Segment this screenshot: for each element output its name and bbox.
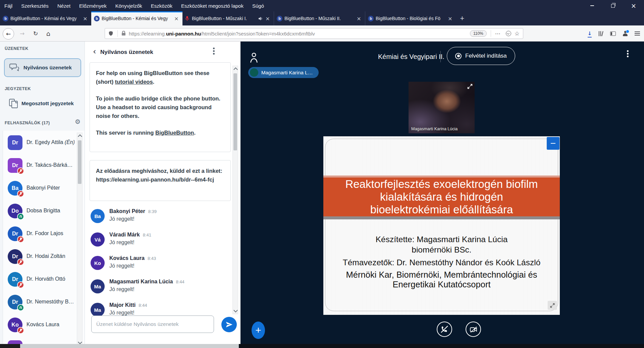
- user-row[interactable]: Ko Kovács Laura: [3, 314, 85, 336]
- tab-5[interactable]: b BigBlueButton - Biológiai és Fö ×: [365, 11, 456, 25]
- tab-audio-icon[interactable]: [258, 16, 263, 21]
- actions-plus-button[interactable]: +: [252, 322, 265, 339]
- chat-options-kebab-icon[interactable]: [213, 48, 215, 49]
- window-restore-button[interactable]: [602, 0, 623, 11]
- reload-button[interactable]: ↻: [30, 28, 41, 39]
- webcam-fullscreen-icon[interactable]: [467, 83, 473, 91]
- scrollbar-thumb[interactable]: [233, 73, 237, 150]
- tab-title-fade: [166, 13, 174, 24]
- user-row[interactable]: Dr Dr. Egedy Attila (Én): [3, 131, 85, 154]
- start-recording-button[interactable]: Felvétel indítása: [447, 47, 515, 65]
- talking-indicator-name: Magasmarti Karina L…: [261, 70, 313, 75]
- url-bar[interactable]: https://elearning.uni-pannon.hu/html5cli…: [105, 28, 523, 39]
- tab-title-fade: [74, 13, 83, 24]
- user-row[interactable]: Dr Dr. Horváth Ottó: [3, 268, 85, 291]
- bigbluebutton-link[interactable]: BigBlueButton: [155, 130, 194, 136]
- scrollbar-thumb[interactable]: [78, 140, 82, 184]
- avatar: Dr: [8, 249, 22, 264]
- window-minimize-button[interactable]: [582, 0, 602, 11]
- tab-4[interactable]: b BigBlueButton - Műszaki II. ×: [274, 11, 365, 25]
- menu-shared-tabs[interactable]: Eszközöket megosztó lapok: [177, 0, 248, 11]
- talking-indicator[interactable]: Magasmarti Karina L…: [248, 67, 319, 78]
- message-text: Jó reggelt!: [109, 239, 135, 246]
- participant-person-icon[interactable]: [249, 51, 259, 66]
- hamburger-menu-icon[interactable]: [635, 31, 640, 32]
- scroll-down-icon[interactable]: [233, 308, 238, 312]
- sidebar-toggle-icon[interactable]: [610, 31, 616, 36]
- chat-back-chevron-icon[interactable]: ‹: [93, 48, 96, 56]
- menu-help[interactable]: Súgó: [248, 0, 268, 11]
- zoom-level-badge[interactable]: 110%: [470, 30, 487, 37]
- menu-tools[interactable]: Eszközök: [147, 0, 177, 11]
- minimize-presentation-button[interactable]: [547, 137, 559, 150]
- user-row[interactable]: Do Dobsa Brigitta: [3, 200, 85, 222]
- tutorial-videos-link[interactable]: tutorial videos: [115, 79, 153, 85]
- https-lock-icon[interactable]: [122, 33, 125, 36]
- user-status-badge: [17, 259, 24, 266]
- page-actions-icon[interactable]: ⋯: [492, 30, 503, 37]
- webcam-video[interactable]: Magasmarti Karina Lúcia: [409, 82, 475, 133]
- message-author: Major Kitti: [109, 302, 136, 308]
- user-row[interactable]: Dr Dr. Fodor Lajos: [3, 222, 85, 245]
- mic-in-use-icon: [185, 16, 189, 21]
- home-button[interactable]: ⌂: [43, 28, 54, 39]
- bbb-favicon-icon: b: [277, 16, 282, 21]
- browser-navbar: ← → ↻ ⌂ https://elearning.uni-pannon.hu/…: [0, 25, 644, 42]
- avatar: Ko: [8, 318, 22, 332]
- library-icon[interactable]: [598, 31, 604, 36]
- scroll-up-icon[interactable]: [78, 134, 82, 139]
- user-row[interactable]: Dr Dr. Hodai Zoltán: [3, 245, 85, 268]
- send-message-button[interactable]: [221, 317, 237, 332]
- presentation-fullscreen-button[interactable]: [548, 301, 557, 310]
- avatar: Ma: [91, 303, 105, 317]
- record-label: Felvétel indítása: [465, 53, 507, 59]
- new-tab-button[interactable]: +: [456, 11, 468, 25]
- chat-scrollbar[interactable]: [232, 66, 238, 314]
- presentation-slide[interactable]: Reaktorfejlesztés exoelektrogén biofilm …: [323, 136, 560, 315]
- chat-message: Ko Kovács Laura8:43 Jó reggelt!: [91, 255, 226, 277]
- downloads-icon[interactable]: ↓: [587, 30, 592, 37]
- join-audio-button[interactable]: [437, 322, 452, 337]
- scroll-down-icon[interactable]: [78, 340, 82, 344]
- message-text: Jó reggelt!: [109, 310, 135, 316]
- slide-title-banner: Reaktorfejlesztés exoelektrogén biofilm …: [323, 176, 560, 219]
- user-status-badge: [17, 190, 24, 197]
- forward-button[interactable]: →: [17, 28, 28, 39]
- menu-bookmarks[interactable]: Könyvjelzők: [111, 0, 147, 11]
- main-options-kebab-icon[interactable]: [627, 50, 629, 52]
- urlbar-divider: [117, 30, 118, 37]
- scroll-up-icon[interactable]: [233, 67, 238, 72]
- share-webcam-button[interactable]: [466, 322, 481, 337]
- firefox-window: Fájl Szerkesztés Nézet Előzmények Könyvj…: [0, 0, 644, 348]
- sidebar-item-shared-notes[interactable]: Megosztott jegyzetek: [4, 95, 81, 112]
- menu-edit[interactable]: Szerkesztés: [17, 0, 53, 11]
- bookmark-star-icon[interactable]: ☆: [514, 30, 523, 37]
- sidebar-item-public-chat[interactable]: Nyilvános üzenetek: [4, 58, 81, 77]
- pocket-icon[interactable]: [506, 31, 511, 36]
- window-close-button[interactable]: ×: [623, 0, 644, 11]
- chat-message-input[interactable]: [91, 316, 214, 333]
- menu-history[interactable]: Előzmények: [75, 0, 111, 11]
- user-row[interactable]: Dr Dr. Nemestóthy B…: [3, 291, 85, 314]
- menu-file[interactable]: Fájl: [0, 0, 17, 11]
- chat-message: Ba Bakonyi Péter8:39 Jó reggelt!: [91, 208, 226, 230]
- tab-2-active[interactable]: b BigBlueButton - Kémiai és Vegy ×: [91, 11, 182, 25]
- tab-title: BigBlueButton - Műszaki I.: [192, 16, 256, 21]
- user-row[interactable]: Ba Bakonyi Péter: [3, 177, 85, 200]
- user-list-scrollbar[interactable]: [77, 133, 83, 346]
- manage-users-gear-icon[interactable]: ⚙: [75, 119, 80, 125]
- menu-view[interactable]: Nézet: [53, 0, 75, 11]
- minimize-icon: [590, 5, 594, 6]
- tab-close-icon[interactable]: ×: [264, 15, 271, 22]
- user-row[interactable]: Dr Dr. Takács-Bárká…: [3, 154, 85, 177]
- back-button[interactable]: ←: [3, 28, 14, 40]
- tab-3[interactable]: BigBlueButton - Műszaki I. ×: [182, 11, 274, 25]
- tab-1[interactable]: b BigBlueButton - Kémiai és Vegy ×: [0, 11, 91, 25]
- avatar: Dr: [8, 272, 22, 287]
- tracking-protection-shield-icon[interactable]: [108, 31, 113, 36]
- account-icon[interactable]: [622, 31, 628, 36]
- avatar: Do: [8, 204, 22, 218]
- chat-bubbles-icon: [9, 63, 20, 72]
- tab-close-icon[interactable]: ×: [356, 15, 362, 22]
- user-list: Dr Dr. Egedy Attila (Én) Dr Dr. Takács-B…: [3, 131, 85, 348]
